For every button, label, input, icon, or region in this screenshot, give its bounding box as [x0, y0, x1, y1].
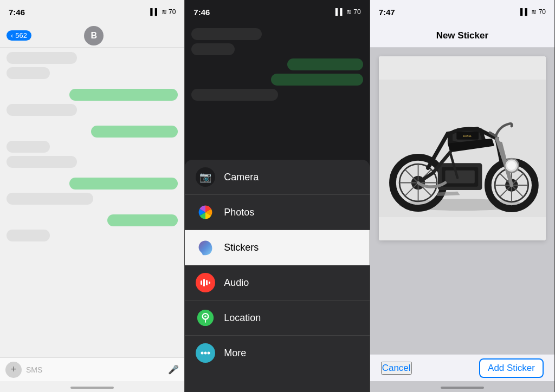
svg-rect-2 [203, 279, 205, 286]
message-bubble [7, 141, 50, 153]
nav-title: New Sticker [436, 30, 488, 41]
svg-point-33 [507, 161, 515, 170]
svg-rect-3 [206, 280, 208, 285]
svg-point-11 [208, 352, 210, 355]
more-icon-circle [196, 343, 215, 363]
audio-icon [199, 277, 211, 289]
more-icon [199, 347, 211, 359]
status-bar-3: 7:47 ▌▌ ≋ 70 [370, 0, 554, 24]
status-time-1: 7:46 [9, 8, 25, 17]
attachment-menu: 📷 Camera Photos [185, 160, 369, 392]
chat-messages [0, 48, 184, 246]
audio-icon-circle [196, 273, 215, 292]
bg-message [287, 58, 363, 70]
status-time-2: 7:46 [193, 8, 210, 17]
message-bubble [69, 89, 178, 101]
status-icons-3: ▌▌ ≋ 70 [520, 8, 546, 16]
stickers-icon [197, 239, 214, 256]
back-badge[interactable]: ‹ 562 [7, 30, 31, 41]
camera-icon: 📷 [199, 171, 211, 183]
nav-bar-1: ‹ 562 B [0, 24, 184, 48]
sticker-preview-area: ROYAL [370, 48, 554, 392]
status-bar-2: 7:46 ▌▌ ≋ 70 [185, 0, 369, 24]
message-bubble [91, 126, 178, 138]
svg-rect-1 [201, 280, 202, 285]
audio-label: Audio [224, 277, 249, 289]
back-count: 562 [15, 31, 27, 40]
motorcycle-photo: ROYAL [379, 56, 546, 240]
status-time-3: 7:47 [379, 8, 395, 17]
chevron-left-icon: ‹ [11, 31, 13, 40]
message-bubble [7, 156, 77, 168]
nav-bar-3: New Sticker [370, 24, 554, 48]
motorcycle-svg: ROYAL [379, 56, 546, 240]
menu-item-stickers[interactable]: Stickers [185, 230, 369, 265]
home-indicator-3 [441, 387, 484, 389]
location-icon [197, 309, 214, 326]
svg-point-7 [205, 316, 207, 318]
bg-message [191, 28, 262, 40]
message-input[interactable]: SMS [26, 365, 164, 374]
status-bar-1: 7:46 ▌▌ ≋ 70 [0, 0, 184, 24]
more-label: More [224, 348, 246, 359]
svg-rect-4 [209, 282, 210, 284]
attachment-button[interactable]: + [5, 362, 22, 378]
stickers-icon-circle [196, 238, 215, 257]
panel-chat: 7:46 ▌▌ ≋ 70 ‹ 562 B + SMS 🎤 [0, 0, 185, 392]
message-bubble [69, 178, 178, 190]
message-input-bar[interactable]: + SMS 🎤 [0, 357, 184, 381]
bg-message [191, 43, 235, 55]
message-bubble [7, 193, 93, 205]
avatar: B [84, 26, 104, 45]
message-bubble [7, 230, 50, 241]
message-bubble [7, 67, 50, 79]
status-icons-1: ▌▌ ≋ 70 [150, 8, 176, 16]
menu-item-location[interactable]: Location [185, 300, 369, 336]
message-bubble [107, 214, 178, 226]
stickers-label: Stickers [224, 242, 259, 253]
camera-label: Camera [224, 172, 259, 183]
cancel-button[interactable]: Cancel [381, 362, 412, 375]
svg-text:ROYAL: ROYAL [463, 135, 472, 138]
status-icons-2: ▌▌ ≋ 70 [335, 8, 361, 16]
panel-new-sticker: 7:47 ▌▌ ≋ 70 New Sticker [370, 0, 555, 392]
location-label: Location [224, 312, 261, 324]
background-messages [185, 24, 369, 105]
home-indicator [70, 387, 114, 389]
menu-item-camera[interactable]: 📷 Camera [185, 160, 369, 195]
bg-message [191, 89, 278, 101]
location-icon-circle [196, 308, 215, 328]
sticker-action-bar: Cancel Add Sticker [370, 354, 554, 381]
panel-menu: 7:46 ▌▌ ≋ 70 📷 Camera [185, 0, 370, 392]
microphone-icon[interactable]: 🎤 [168, 364, 179, 375]
menu-item-audio[interactable]: Audio [185, 265, 369, 300]
svg-point-5 [197, 310, 214, 326]
bg-message [271, 74, 363, 86]
message-bubble [7, 104, 77, 116]
photos-label: Photos [224, 207, 254, 218]
svg-rect-30 [445, 171, 474, 184]
svg-rect-8 [205, 319, 206, 323]
plus-icon: + [11, 364, 17, 375]
sticker-image-card: ROYAL [379, 56, 546, 240]
photos-icon-circle [196, 202, 215, 222]
camera-icon-circle: 📷 [196, 167, 215, 187]
message-bubble [7, 52, 77, 64]
add-sticker-button[interactable]: Add Sticker [479, 358, 544, 378]
menu-item-photos[interactable]: Photos [185, 195, 369, 230]
photos-icon [197, 204, 214, 221]
svg-point-9 [201, 352, 204, 355]
menu-item-more[interactable]: More [185, 336, 369, 370]
svg-point-10 [204, 352, 207, 355]
